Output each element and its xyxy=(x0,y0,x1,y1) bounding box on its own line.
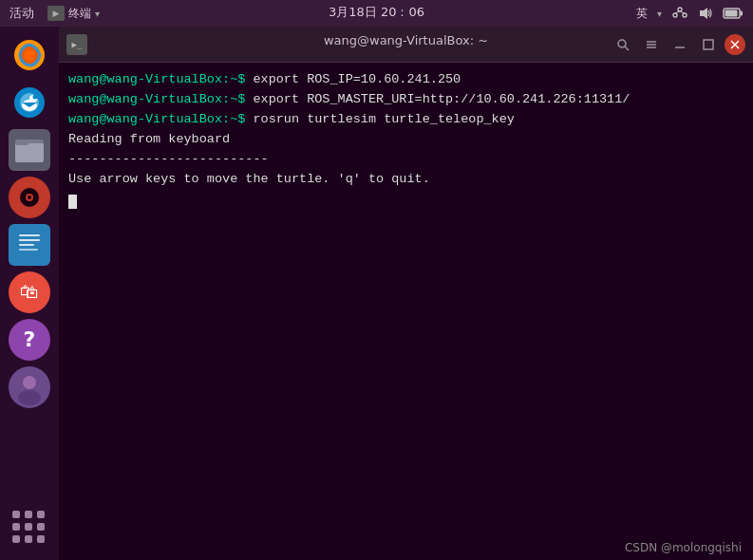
svg-rect-19 xyxy=(15,140,28,145)
terminal-title: wang@wang-VirtualBox: ~ xyxy=(324,33,488,47)
svg-point-0 xyxy=(678,8,682,11)
sidebar-item-rhythmbox[interactable] xyxy=(9,177,50,218)
reading-text: Reading from keyboard xyxy=(68,132,230,146)
sidebar-item-apps[interactable] xyxy=(9,507,50,549)
terminal-output-reading: Reading from keyboard xyxy=(68,130,744,150)
terminal-line-3: wang@wang-VirtualBox:~$ rosrun turtlesim… xyxy=(68,110,744,130)
sidebar-item-avatar[interactable] xyxy=(9,366,50,408)
sidebar-item-firefox[interactable] xyxy=(9,34,50,76)
network-icon[interactable] xyxy=(671,6,688,21)
battery-icon[interactable] xyxy=(723,7,744,20)
volume-icon[interactable] xyxy=(698,6,713,21)
svg-rect-27 xyxy=(19,244,34,246)
activities-label[interactable]: 活动 xyxy=(9,5,34,22)
sidebar-item-files[interactable] xyxy=(9,129,50,171)
svg-rect-18 xyxy=(15,143,44,162)
csdn-watermark: CSDN @molongqishi xyxy=(625,541,742,554)
svg-line-3 xyxy=(675,11,680,13)
topbar-datetime: 3月18日 20：06 xyxy=(329,4,424,21)
command-1: export ROS_IP=10.60.241.250 xyxy=(245,72,461,86)
svg-point-2 xyxy=(683,13,687,17)
svg-point-36 xyxy=(618,40,626,47)
svg-rect-42 xyxy=(704,40,713,49)
sidebar-item-thunderbird[interactable] xyxy=(9,82,50,123)
language-dropdown-arrow[interactable]: ▾ xyxy=(657,9,662,19)
svg-point-11 xyxy=(24,49,35,61)
svg-point-34 xyxy=(23,376,36,389)
terminal-taskbar-arrow[interactable]: ▾ xyxy=(95,9,100,19)
terminal-minimize-button[interactable] xyxy=(668,32,692,57)
terminal-line-1: wang@wang-VirtualBox:~$ export ROS_IP=10… xyxy=(68,70,744,90)
svg-rect-25 xyxy=(19,234,40,236)
svg-rect-8 xyxy=(725,10,738,17)
svg-point-23 xyxy=(28,196,31,199)
terminal-indicator: ▶ 终端 ▾ xyxy=(47,6,100,22)
svg-rect-26 xyxy=(19,239,40,241)
terminal-taskbar-icon[interactable]: ▶ xyxy=(47,6,65,21)
sidebar: 🛍 ? xyxy=(0,27,59,560)
command-3: rosrun turtlesim turtle_teleop_key xyxy=(245,112,515,126)
topbar: 活动 ▶ 终端 ▾ 3月18日 20：06 英 ▾ xyxy=(0,0,753,27)
separator-line: -------------------------- xyxy=(68,152,269,166)
terminal-menu-button[interactable] xyxy=(639,32,664,57)
terminal-titlebar: ▶_ wang@wang-VirtualBox: ~ xyxy=(59,27,753,63)
svg-line-4 xyxy=(680,11,685,13)
svg-text:🛍: 🛍 xyxy=(20,280,39,303)
svg-rect-28 xyxy=(19,249,38,251)
terminal-search-button[interactable] xyxy=(611,32,635,57)
svg-point-1 xyxy=(673,13,677,17)
terminal-separator: -------------------------- xyxy=(68,150,744,170)
terminal-icon: ▶_ xyxy=(66,34,87,55)
topbar-right: 英 ▾ xyxy=(636,6,744,22)
prompt-3: wang@wang-VirtualBox:~$ xyxy=(68,112,245,126)
svg-point-16 xyxy=(33,95,38,100)
sidebar-item-help[interactable]: ? xyxy=(9,319,50,361)
titlebar-right xyxy=(611,32,745,57)
instructions-text: Use arrow keys to move the turtle. 'q' t… xyxy=(68,172,430,186)
titlebar-left: ▶_ xyxy=(66,34,87,55)
language-label[interactable]: 英 xyxy=(636,6,648,22)
terminal-output-instructions: Use arrow keys to move the turtle. 'q' t… xyxy=(68,170,744,190)
svg-rect-7 xyxy=(741,11,744,16)
prompt-2: wang@wang-VirtualBox:~$ xyxy=(68,92,245,106)
terminal-close-button[interactable] xyxy=(725,34,745,55)
command-2: export ROS_MASTER_URI=http://10.60.241.2… xyxy=(245,92,630,106)
svg-text:?: ? xyxy=(24,327,36,351)
prompt-1: wang@wang-VirtualBox:~$ xyxy=(68,72,245,86)
terminal-window: ▶_ wang@wang-VirtualBox: ~ xyxy=(59,27,753,560)
terminal-line-2: wang@wang-VirtualBox:~$ export ROS_MASTE… xyxy=(68,90,744,110)
svg-point-35 xyxy=(18,390,41,405)
terminal-content[interactable]: wang@wang-VirtualBox:~$ export ROS_IP=10… xyxy=(59,63,753,560)
topbar-left: 活动 ▶ 终端 ▾ xyxy=(9,5,100,22)
terminal-maximize-button[interactable] xyxy=(696,32,721,57)
svg-line-37 xyxy=(625,47,629,50)
sidebar-item-writer[interactable] xyxy=(9,224,50,266)
svg-marker-5 xyxy=(700,8,707,19)
terminal-taskbar-label[interactable]: 终端 xyxy=(68,6,91,22)
sidebar-item-appstore[interactable]: 🛍 xyxy=(9,271,50,313)
terminal-cursor-line xyxy=(68,190,744,210)
terminal-cursor xyxy=(68,195,77,209)
